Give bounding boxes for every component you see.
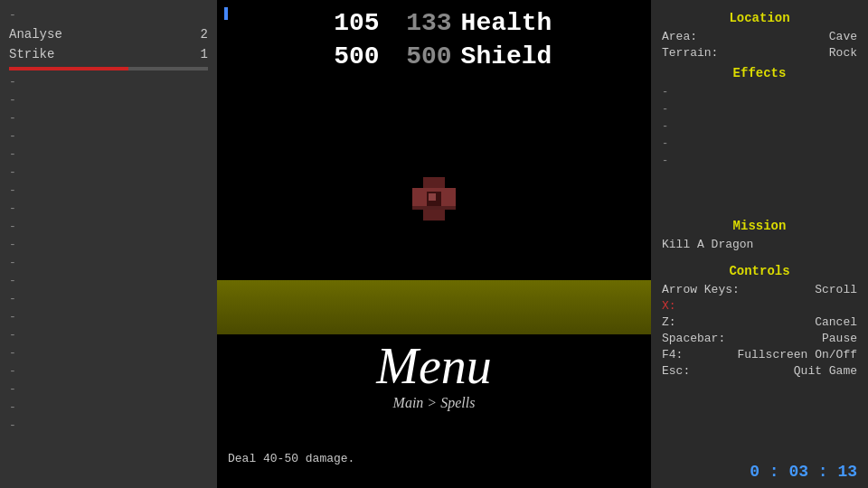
dash-10: -	[9, 237, 208, 253]
spacebar-key: Spacebar:	[662, 332, 725, 345]
menu-title: Menu	[376, 341, 492, 391]
esc-key: Esc:	[662, 364, 690, 378]
esc-val: Quit Game	[794, 364, 857, 378]
analyse-label: Analyse	[9, 25, 62, 43]
f4-key: F4:	[662, 348, 683, 361]
dash-20: -	[9, 418, 208, 434]
area-key: Area:	[662, 30, 697, 43]
shield-current: 500	[316, 42, 380, 70]
mission-title: Mission	[662, 219, 857, 233]
effect-dash-2: -	[662, 102, 857, 117]
game-area	[217, 54, 651, 334]
ground	[217, 280, 651, 334]
dash-11: -	[9, 255, 208, 271]
dash-6: -	[9, 164, 208, 181]
dash-13: -	[9, 291, 208, 307]
health-label: Health	[461, 9, 552, 37]
f4-val: Fullscreen On/Off	[737, 348, 857, 361]
controls-title: Controls	[662, 264, 857, 278]
shield-max: 500	[389, 42, 452, 70]
effect-dash-1: -	[662, 85, 857, 99]
arrows-val: Scroll	[815, 283, 857, 296]
dash-12: -	[9, 273, 208, 289]
right-panel: Location Area: Cave Terrain: Rock Effect…	[651, 0, 868, 488]
health-max: 133	[389, 9, 452, 37]
strike-item[interactable]: Strike 1	[9, 45, 208, 63]
location-title: Location	[662, 11, 857, 25]
timer: 0 : 03 : 13	[662, 459, 857, 481]
dash-15: -	[9, 327, 208, 343]
control-esc: Esc: Quit Game	[662, 364, 857, 378]
description-bar: Deal 40-50 damage.	[217, 429, 651, 488]
strike-bar-fill	[9, 67, 128, 70]
svg-rect-5	[412, 206, 456, 210]
menu-overlay: Menu Main > Spells	[217, 327, 651, 425]
dash-5: -	[9, 146, 208, 163]
center-panel: 105 133 Health 500 500 Shield	[217, 0, 651, 488]
svg-rect-2	[423, 210, 445, 221]
shield-label: Shield	[461, 42, 552, 70]
svg-rect-0	[423, 177, 445, 188]
dash-3: -	[9, 110, 208, 127]
terrain-row: Terrain: Rock	[662, 46, 857, 60]
dash-9: -	[9, 219, 208, 235]
terrain-value: Rock	[829, 46, 857, 60]
shield-row: 500 500 Shield	[316, 42, 552, 70]
dash-1: -	[9, 74, 208, 90]
z-key: Z:	[662, 315, 676, 329]
effect-dash-5: -	[662, 154, 857, 168]
mission-text: Kill A Dragon	[662, 238, 857, 251]
control-spacebar: Spacebar: Pause	[662, 332, 857, 345]
terrain-key: Terrain:	[662, 46, 718, 60]
dash-8: -	[9, 201, 208, 217]
z-val: Cancel	[815, 315, 857, 329]
area-row: Area: Cave	[662, 30, 857, 43]
x-key: X:	[662, 299, 676, 313]
dash-2: -	[9, 92, 208, 108]
health-row: 105 133 Health	[316, 9, 552, 37]
player-sprite	[407, 172, 461, 226]
dash-14: -	[9, 309, 208, 325]
strike-label: Strike	[9, 45, 54, 63]
analyse-item[interactable]: Analyse 2	[9, 25, 208, 43]
arrows-key: Arrow Keys:	[662, 283, 740, 296]
dash-16: -	[9, 345, 208, 361]
effect-dash-4: -	[662, 136, 857, 151]
strike-bar	[9, 67, 208, 70]
dash-18: -	[9, 381, 208, 398]
top-dash: -	[9, 7, 208, 23]
control-x: X:	[662, 299, 857, 313]
control-arrows: Arrow Keys: Scroll	[662, 283, 857, 296]
left-panel: - Analyse 2 Strike 1 - - - - - - - - - -…	[0, 0, 217, 488]
stats-bar: 105 133 Health 500 500 Shield	[217, 0, 651, 76]
dash-17: -	[9, 363, 208, 380]
health-current: 105	[316, 9, 380, 37]
strike-value: 1	[201, 45, 208, 63]
control-f4: F4: Fullscreen On/Off	[662, 348, 857, 361]
spacebar-val: Pause	[822, 332, 857, 345]
svg-rect-4	[429, 193, 436, 201]
dash-4: -	[9, 128, 208, 145]
description-text: Deal 40-50 damage.	[228, 452, 354, 465]
area-value: Cave	[829, 30, 857, 43]
menu-breadcrumb: Main > Spells	[393, 395, 476, 411]
dash-19: -	[9, 399, 208, 416]
control-z: Z: Cancel	[662, 315, 857, 329]
effects-title: Effects	[662, 66, 857, 80]
dash-7: -	[9, 183, 208, 199]
effect-dash-3: -	[662, 119, 857, 134]
analyse-value: 2	[201, 25, 208, 43]
